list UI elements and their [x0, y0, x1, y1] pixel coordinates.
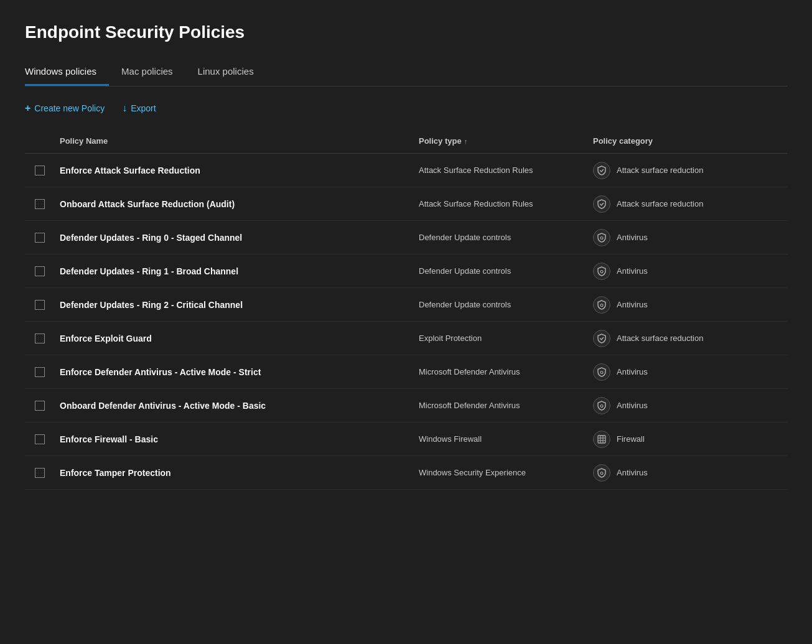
row-3-policy-category: Antivirus: [588, 223, 787, 253]
create-policy-label: Create new Policy: [34, 103, 105, 113]
row-4-checkbox[interactable]: [35, 266, 45, 276]
row-2-policy-type: Attack Surface Reduction Rules: [414, 193, 588, 215]
row-5-checkbox[interactable]: [35, 300, 45, 310]
row-10-checkbox[interactable]: [35, 468, 45, 478]
export-label: Export: [131, 103, 156, 113]
row-9-policy-name[interactable]: Enforce Firewall - Basic: [60, 434, 158, 444]
row-10-policy-name[interactable]: Enforce Tamper Protection: [60, 468, 171, 478]
row-8-checkbox-cell: [25, 394, 55, 417]
row-9-category-label: Firewall: [617, 434, 645, 444]
svg-point-1: [600, 270, 603, 273]
svg-point-10: [600, 472, 603, 474]
row-4-policy-type: Defender Update controls: [414, 260, 588, 282]
row-3-checkbox[interactable]: [35, 233, 45, 243]
header-policy-category: Policy category: [588, 134, 787, 148]
table-row: Enforce Exploit Guard Exploit Protection…: [25, 322, 787, 355]
row-3-name-cell: Defender Updates - Ring 0 - Staged Chann…: [55, 226, 414, 249]
row-7-policy-type: Microsoft Defender Antivirus: [414, 361, 588, 383]
row-4-category-icon: [593, 263, 610, 280]
header-checkbox: [25, 134, 55, 148]
row-5-name-cell: Defender Updates - Ring 2 - Critical Cha…: [55, 294, 414, 316]
row-3-category-label: Antivirus: [617, 233, 648, 242]
row-9-category-icon: [593, 431, 610, 448]
tab-windows[interactable]: Windows policies: [25, 60, 109, 86]
row-6-policy-category: Attack surface reduction: [588, 324, 787, 353]
row-10-checkbox-cell: [25, 462, 55, 484]
row-2-category-label: Attack surface reduction: [617, 199, 703, 208]
table-row: Onboard Defender Antivirus - Active Mode…: [25, 389, 787, 422]
svg-point-3: [600, 371, 603, 373]
row-10-category-label: Antivirus: [617, 468, 648, 477]
row-5-policy-category: Antivirus: [588, 290, 787, 320]
row-6-name-cell: Enforce Exploit Guard: [55, 327, 414, 350]
row-10-category-icon: [593, 464, 610, 482]
sort-asc-icon: ↑: [464, 138, 468, 145]
table-row: Enforce Defender Antivirus - Active Mode…: [25, 355, 787, 389]
row-6-policy-type: Exploit Protection: [414, 327, 588, 349]
svg-rect-5: [598, 436, 605, 443]
plus-icon: +: [25, 103, 30, 114]
row-7-category-label: Antivirus: [617, 367, 648, 376]
header-policy-type[interactable]: Policy type ↑: [414, 134, 588, 148]
svg-point-2: [600, 304, 603, 306]
row-7-category-icon: [593, 363, 610, 381]
row-7-name-cell: Enforce Defender Antivirus - Active Mode…: [55, 361, 414, 383]
row-10-name-cell: Enforce Tamper Protection: [55, 462, 414, 484]
row-4-checkbox-cell: [25, 260, 55, 282]
row-3-checkbox-cell: [25, 226, 55, 249]
header-policy-name: Policy Name: [55, 134, 414, 148]
table-row: Enforce Attack Surface Reduction Attack …: [25, 154, 787, 187]
row-2-policy-name[interactable]: Onboard Attack Surface Reduction (Audit): [60, 199, 235, 209]
table-row: Defender Updates - Ring 2 - Critical Cha…: [25, 288, 787, 322]
tab-mac[interactable]: Mac policies: [121, 60, 185, 86]
row-8-checkbox[interactable]: [35, 401, 45, 411]
svg-point-4: [600, 404, 603, 407]
row-9-name-cell: Enforce Firewall - Basic: [55, 428, 414, 450]
row-9-checkbox-cell: [25, 428, 55, 450]
table-row: Enforce Tamper Protection Windows Securi…: [25, 456, 787, 490]
row-5-policy-name[interactable]: Defender Updates - Ring 2 - Critical Cha…: [60, 300, 243, 310]
page-container: Endpoint Security Policies Windows polic…: [0, 0, 812, 490]
row-5-category-label: Antivirus: [617, 300, 648, 309]
row-7-policy-name[interactable]: Enforce Defender Antivirus - Active Mode…: [60, 367, 261, 377]
svg-point-0: [600, 236, 603, 239]
table-row: Defender Updates - Ring 0 - Staged Chann…: [25, 221, 787, 254]
row-1-policy-name[interactable]: Enforce Attack Surface Reduction: [60, 166, 200, 175]
export-button[interactable]: ↓ Export: [122, 100, 156, 116]
row-6-checkbox-cell: [25, 327, 55, 350]
row-6-checkbox[interactable]: [35, 334, 45, 343]
row-7-checkbox[interactable]: [35, 367, 45, 377]
row-8-policy-name[interactable]: Onboard Defender Antivirus - Active Mode…: [60, 401, 266, 411]
row-1-category-label: Attack surface reduction: [617, 166, 703, 175]
row-7-policy-category: Antivirus: [588, 357, 787, 387]
tabs-divider: [25, 86, 787, 86]
page-title: Endpoint Security Policies: [25, 22, 787, 42]
row-8-category-label: Antivirus: [617, 401, 648, 410]
table-row: Defender Updates - Ring 1 - Broad Channe…: [25, 254, 787, 288]
row-5-policy-type: Defender Update controls: [414, 294, 588, 315]
table-row: Onboard Attack Surface Reduction (Audit)…: [25, 187, 787, 221]
policies-table: Policy Name Policy type ↑ Policy categor…: [25, 129, 787, 490]
row-6-category-label: Attack surface reduction: [617, 334, 703, 343]
row-8-name-cell: Onboard Defender Antivirus - Active Mode…: [55, 394, 414, 417]
row-2-category-icon: [593, 195, 610, 213]
row-6-category-icon: [593, 330, 610, 347]
row-2-name-cell: Onboard Attack Surface Reduction (Audit): [55, 193, 414, 215]
row-1-policy-type: Attack Surface Reduction Rules: [414, 159, 588, 181]
create-policy-button[interactable]: + Create new Policy: [25, 100, 105, 116]
row-1-checkbox[interactable]: [35, 166, 45, 175]
row-5-checkbox-cell: [25, 294, 55, 316]
row-1-category-icon: [593, 162, 610, 179]
row-3-policy-name[interactable]: Defender Updates - Ring 0 - Staged Chann…: [60, 233, 242, 243]
row-2-checkbox[interactable]: [35, 199, 45, 209]
row-2-checkbox-cell: [25, 193, 55, 215]
tab-linux[interactable]: Linux policies: [198, 60, 266, 86]
row-9-policy-category: Firewall: [588, 424, 787, 454]
row-9-checkbox[interactable]: [35, 434, 45, 444]
row-2-policy-category: Attack surface reduction: [588, 189, 787, 219]
row-8-policy-type: Microsoft Defender Antivirus: [414, 394, 588, 416]
row-10-policy-category: Antivirus: [588, 458, 787, 488]
row-6-policy-name[interactable]: Enforce Exploit Guard: [60, 334, 152, 343]
row-4-category-label: Antivirus: [617, 266, 648, 276]
row-4-policy-name[interactable]: Defender Updates - Ring 1 - Broad Channe…: [60, 266, 238, 276]
